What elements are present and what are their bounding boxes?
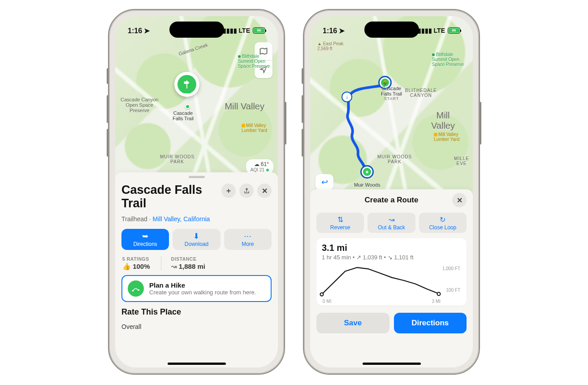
map-label-cutoff: MILLE EVE bbox=[454, 156, 469, 166]
route-start-label: Cascade Falls Trail START bbox=[381, 86, 402, 101]
plan-hike-card[interactable]: Plan a Hike Create your own walking rout… bbox=[121, 275, 272, 302]
undo-icon: ↩ bbox=[321, 177, 328, 187]
map-poi-blithedale: Blithdale Summit Open Space Preserve bbox=[432, 52, 464, 67]
phone-right: 1:16 ➤ ▮▮▮▮ LTE 86 🌳 ↓ ★ ▲ East Peak 2,5… bbox=[303, 9, 480, 375]
out-back-button[interactable]: ↝Out & Back bbox=[368, 213, 415, 233]
map-poi-blithedale: Blithdale Summit Open Space Preserve bbox=[238, 54, 270, 69]
signpost-icon bbox=[182, 79, 192, 89]
map-preserve-label: Cascade Canyon Open Space Preserve bbox=[121, 97, 158, 113]
map-park-label: MUIR WOODS PARK bbox=[160, 154, 195, 164]
route-end-label: Muir Woods bbox=[354, 182, 380, 188]
sheet-grabber[interactable] bbox=[189, 176, 205, 178]
map-city-label: Mill Valley bbox=[431, 110, 455, 131]
plan-hike-subtitle: Create your own walking route from here. bbox=[149, 289, 256, 296]
elevation-card: 3.1 mi 1 hr 45 min • ↗ 1,039 ft • ↘ 1,10… bbox=[316, 238, 467, 306]
add-button[interactable]: ＋ bbox=[221, 184, 236, 198]
save-button[interactable]: Save bbox=[316, 313, 389, 333]
plan-hike-title: Plan a Hike bbox=[149, 281, 256, 289]
close-icon: ✕ bbox=[262, 187, 268, 195]
action-row: ➥ Directions ⬇︎ Download ⋯ More bbox=[121, 229, 272, 250]
hike-icon bbox=[128, 280, 144, 297]
plus-icon: ＋ bbox=[225, 186, 232, 196]
phone-left: 1:16 ➤ ▮▮▮▮ LTE 86 Mill Valley Cascade C… bbox=[108, 9, 285, 375]
map-peak-label: ▲ East Peak 2,569 ft bbox=[317, 41, 343, 51]
directions-button[interactable]: Directions bbox=[394, 313, 467, 333]
route-tools: ⇅Reverse ↝Out & Back ↻Close Loop bbox=[316, 213, 467, 233]
home-indicator bbox=[168, 363, 226, 365]
undo-button[interactable]: ↩ bbox=[316, 174, 333, 190]
svg-point-0 bbox=[132, 290, 134, 292]
distance-stat: DISTANCE ↝ 1,888 mi bbox=[161, 256, 205, 271]
place-pin[interactable] bbox=[174, 72, 199, 97]
reverse-icon: ⇅ bbox=[337, 215, 343, 224]
place-title: Cascade Falls Trail bbox=[121, 184, 219, 210]
stats-row: 5 RATINGS 👍 100% DISTANCE ↝ 1,888 mi bbox=[121, 254, 272, 271]
rate-header: Rate This Place bbox=[121, 307, 272, 317]
close-icon: ✕ bbox=[457, 196, 463, 205]
close-loop-button[interactable]: ↻Close Loop bbox=[419, 213, 467, 233]
loop-icon: ↻ bbox=[440, 215, 445, 224]
thumbs-up-icon: 👍 bbox=[122, 262, 131, 270]
elevation-chart: 1,000 FT 100 FT 0 MI 3 MI bbox=[322, 264, 461, 303]
ratings-stat: 5 RATINGS 👍 100% bbox=[122, 256, 150, 271]
directions-icon: ➥ bbox=[142, 232, 148, 240]
place-location-link[interactable]: Mill Valley, California bbox=[153, 215, 210, 223]
download-icon: ⬇︎ bbox=[193, 232, 199, 240]
pin-label: Cascade Falls Trail bbox=[173, 110, 194, 121]
more-icon: ⋯ bbox=[244, 232, 251, 240]
home-indicator bbox=[363, 363, 421, 365]
directions-button[interactable]: ➥ Directions bbox=[121, 229, 169, 250]
map-poi-lumber: Mill Valley Lumber Yard bbox=[434, 132, 459, 142]
pin-anchor-dot bbox=[185, 104, 190, 109]
route-icon: ↝ bbox=[171, 262, 177, 270]
route-sheet: Create a Route ✕ ⇅Reverse ↝Out & Back ↻C… bbox=[310, 189, 473, 368]
map-city-label: Mill Valley bbox=[225, 101, 264, 112]
dynamic-island bbox=[364, 22, 419, 38]
share-button[interactable] bbox=[239, 184, 254, 198]
close-button[interactable]: ✕ bbox=[452, 193, 467, 207]
route-actions: Save Directions bbox=[316, 313, 467, 333]
map-view[interactable]: Mill Valley Cascade Canyon Open Space Pr… bbox=[115, 16, 278, 179]
place-subtitle: Trailhead · Mill Valley, California bbox=[121, 215, 272, 223]
place-sheet: Cascade Falls Trail ＋ ✕ Trailhead · Mill… bbox=[115, 172, 278, 368]
route-distance: 3.1 mi bbox=[322, 243, 461, 253]
map-canyon-label: BLITHEDALE CANYON bbox=[405, 88, 437, 98]
route-meta: 1 hr 45 min • ↗ 1,039 ft • ↘ 1,101 ft bbox=[322, 254, 461, 261]
star-icon: ★ bbox=[363, 168, 371, 176]
svg-point-1 bbox=[138, 289, 139, 291]
close-button[interactable]: ✕ bbox=[257, 184, 272, 198]
dynamic-island bbox=[169, 22, 224, 38]
rate-overall: Overall bbox=[121, 321, 272, 330]
outback-icon: ↝ bbox=[389, 215, 394, 224]
download-button[interactable]: ⬇︎ Download bbox=[173, 229, 220, 250]
share-icon bbox=[243, 187, 250, 195]
route-turn-node[interactable]: ↓ bbox=[342, 92, 352, 102]
more-button[interactable]: ⋯ More bbox=[224, 229, 272, 250]
reverse-button[interactable]: ⇅Reverse bbox=[316, 213, 364, 233]
map-poi-lumber: Mill Valley Lumber Yard bbox=[242, 123, 267, 133]
route-end-node[interactable]: ★ bbox=[360, 165, 374, 179]
map-park-label: MUIR WOODS PARK bbox=[377, 154, 412, 164]
map-view[interactable]: 🌳 ↓ ★ ▲ East Peak 2,569 ft Blithdale Sum… bbox=[310, 16, 473, 196]
sheet-title: Create a Route bbox=[333, 196, 450, 205]
